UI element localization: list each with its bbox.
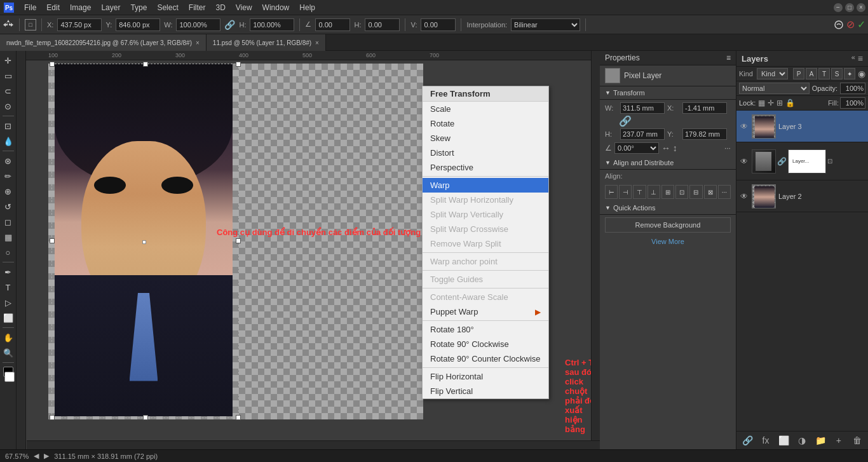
add-mask-button[interactable]: ⬜: [777, 433, 791, 447]
crop-tool[interactable]: ⊡: [1, 119, 15, 133]
handle-bl[interactable]: [50, 415, 55, 420]
align-top-btn[interactable]: ⊥: [648, 185, 660, 199]
layer-item-2[interactable]: 👁 Layer 2: [736, 180, 868, 212]
blend-mode-select[interactable]: Normal Multiply Screen: [739, 83, 810, 94]
stamp-tool[interactable]: ⊕: [1, 184, 15, 198]
ctx-split-warp-h[interactable]: Split Warp Horizontally: [423, 193, 548, 207]
y-input[interactable]: [116, 18, 160, 31]
cancel-transform-button[interactable]: ⊘: [846, 18, 855, 31]
handle-bm[interactable]: [143, 415, 148, 420]
align-bottom-btn[interactable]: ⊡: [675, 185, 688, 199]
handle-ml[interactable]: [50, 238, 55, 243]
nav-arrow-left[interactable]: ◀: [34, 452, 39, 460]
align-left-btn[interactable]: ⊢: [605, 185, 618, 199]
add-adjustment-button[interactable]: ◑: [795, 433, 809, 447]
menu-3d[interactable]: 3D: [210, 0, 230, 15]
menu-edit[interactable]: Edit: [41, 0, 65, 15]
history-brush-tool[interactable]: ↺: [1, 200, 15, 214]
flip-icons[interactable]: ↔ ↕: [661, 143, 677, 153]
filter-pixel-icon[interactable]: P: [793, 68, 804, 79]
angle-select[interactable]: 0.00°: [614, 142, 659, 154]
ctx-skew[interactable]: Skew: [423, 131, 548, 146]
distribute-h-btn[interactable]: ⊟: [689, 185, 702, 199]
opacity-input[interactable]: [840, 83, 865, 94]
menu-type[interactable]: Type: [125, 0, 152, 15]
handle-br[interactable]: [236, 415, 241, 420]
menu-filter[interactable]: Filter: [184, 0, 211, 15]
eyedropper-tool[interactable]: 💧: [1, 134, 15, 148]
ctx-distort[interactable]: Distort: [423, 146, 548, 160]
layers-collapse-icon[interactable]: «: [851, 53, 855, 64]
layer-11-link-icon[interactable]: 🔗: [777, 149, 787, 173]
handle-tm[interactable]: [143, 62, 148, 67]
h2-input[interactable]: [365, 18, 400, 31]
ctx-scale[interactable]: Scale: [423, 102, 548, 116]
tab-file2-close[interactable]: ×: [315, 39, 319, 46]
brush-tool[interactable]: ✏: [1, 169, 15, 183]
shape-tool[interactable]: ⬜: [1, 311, 15, 325]
ctx-content-aware[interactable]: Content-Aware Scale: [423, 290, 548, 304]
view-more-link[interactable]: View More: [600, 235, 736, 248]
ctx-remove-warp[interactable]: Remove Warp Split: [423, 236, 548, 251]
h-prop-input[interactable]: [620, 128, 665, 140]
filter-adjust-icon[interactable]: A: [806, 68, 817, 79]
kind-select[interactable]: Kind: [757, 68, 788, 79]
layers-menu-icon[interactable]: ≡: [858, 53, 863, 64]
quick-actions-section-title[interactable]: ▼ Quick Actions: [600, 201, 736, 215]
w-prop-input[interactable]: [620, 102, 665, 114]
handle-tl[interactable]: [50, 62, 55, 67]
align-center-v-btn[interactable]: ⊞: [661, 185, 674, 199]
more-align-btn[interactable]: ···: [718, 185, 731, 199]
move-tool[interactable]: ✛: [1, 53, 15, 67]
ctx-rotate180[interactable]: Rotate 180°: [423, 322, 548, 337]
text-tool[interactable]: T: [1, 280, 15, 294]
gradient-tool[interactable]: ▦: [1, 230, 15, 244]
align-section-title[interactable]: ▼ Align and Distribute: [600, 156, 736, 170]
remove-background-button[interactable]: Remove Background: [605, 217, 731, 233]
lock-position-icon[interactable]: ✛: [768, 99, 774, 107]
confirm-transform-button[interactable]: ✓: [857, 18, 865, 31]
interpolation-select[interactable]: Bilinear Bicubic Nearest Neighbor: [511, 18, 580, 31]
new-layer-button[interactable]: +: [832, 433, 846, 447]
hand-tool[interactable]: ✋: [1, 330, 15, 344]
menu-image[interactable]: Image: [65, 0, 96, 15]
menu-layer[interactable]: Layer: [96, 0, 125, 15]
fill-input[interactable]: [840, 97, 865, 109]
layer-3-visibility[interactable]: 👁: [739, 121, 749, 132]
vertical-scrollbar[interactable]: [591, 51, 600, 440]
lasso-tool[interactable]: ⊂: [1, 84, 15, 98]
align-right-btn[interactable]: ⊤: [633, 185, 646, 199]
menu-file[interactable]: File: [19, 0, 41, 15]
transform-center[interactable]: [142, 240, 146, 244]
lock-pixels-icon[interactable]: ▦: [758, 99, 765, 107]
menu-select[interactable]: Select: [152, 0, 183, 15]
ctx-rotate90cw[interactable]: Rotate 90° Clockwise: [423, 337, 548, 351]
filter-toggle[interactable]: ◉: [858, 69, 865, 79]
x-prop-input[interactable]: [682, 102, 727, 114]
menu-window[interactable]: Window: [257, 0, 295, 15]
ctx-flip-v[interactable]: Flip Vertical: [423, 384, 548, 398]
minimize-button[interactable]: −: [834, 3, 843, 12]
delete-layer-button[interactable]: 🗑: [850, 433, 864, 447]
angle-input[interactable]: [315, 18, 350, 31]
fx-button[interactable]: fx: [759, 433, 773, 447]
distribute-v-btn[interactable]: ⊠: [704, 185, 717, 199]
group-layers-button[interactable]: 📁: [813, 433, 827, 447]
align-center-h-btn[interactable]: ⊣: [619, 185, 632, 199]
ctx-puppet-warp[interactable]: Puppet Warp▶: [423, 304, 548, 319]
zoom-tool[interactable]: 🔍: [1, 346, 15, 360]
ctx-rotate90ccw[interactable]: Rotate 90° Counter Clockwise: [423, 351, 548, 366]
pen-tool[interactable]: ✒: [1, 265, 15, 279]
canvas-area[interactable]: 100200300400500600700: [17, 51, 600, 449]
ctx-warp[interactable]: Warp: [423, 178, 548, 193]
y-prop-input[interactable]: [682, 128, 727, 140]
select-rect-tool[interactable]: ▭: [1, 69, 15, 83]
ctx-warp-anchor[interactable]: Warp anchor point: [423, 254, 548, 269]
menu-help[interactable]: Help: [294, 0, 320, 15]
layer-item-11[interactable]: 👁 🔗 Layer... ⊡: [736, 142, 868, 180]
more-options-icon[interactable]: ···: [724, 144, 731, 153]
ctx-perspective[interactable]: Perspective: [423, 160, 548, 175]
tab-file1-close[interactable]: ×: [196, 39, 200, 46]
h-input[interactable]: [250, 18, 294, 31]
background-color[interactable]: [4, 372, 15, 382]
